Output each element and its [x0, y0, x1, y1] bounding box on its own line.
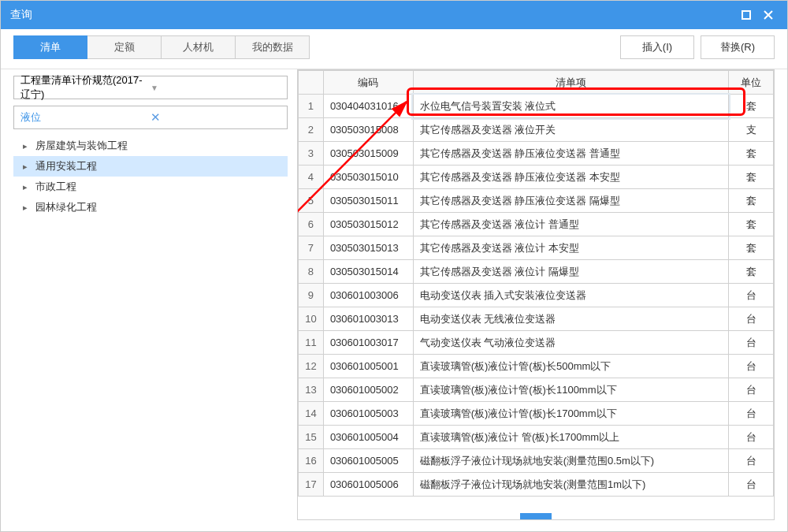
row-number: 3	[299, 142, 324, 166]
cell-desc[interactable]: 直读玻璃管(板)液位计管(板)长1100mm以下	[413, 378, 729, 402]
cell-unit[interactable]: 套	[729, 260, 774, 284]
tab-rcj[interactable]: 人材机	[162, 35, 236, 59]
result-grid[interactable]: 编码 清单项 单位 1030404031016水位电气信号装置安装 液位式套20…	[298, 70, 774, 519]
tree-item-label: 园林绿化工程	[35, 200, 97, 214]
cell-code[interactable]: 030503015011	[323, 189, 413, 213]
cell-desc[interactable]: 磁翻板浮子液位计现场就地安装(测量范围0.5m以下)	[413, 449, 729, 473]
tab-quota[interactable]: 定额	[87, 35, 162, 59]
cell-code[interactable]: 030503015013	[323, 236, 413, 260]
cell-code[interactable]: 030601005001	[323, 355, 413, 378]
row-number: 12	[299, 355, 324, 378]
cell-code[interactable]: 030601005002	[323, 378, 413, 402]
cell-unit[interactable]: 套	[729, 236, 774, 260]
cell-code[interactable]: 030601005004	[323, 426, 413, 449]
table-row[interactable]: 9030601003006电动变送仪表 插入式安装液位变送器台	[299, 284, 774, 307]
cell-unit[interactable]: 台	[729, 426, 774, 449]
cell-unit[interactable]: 套	[729, 213, 774, 236]
table-row[interactable]: 16030601005005磁翻板浮子液位计现场就地安装(测量范围0.5m以下)…	[299, 449, 774, 473]
table-row[interactable]: 8030503015014其它传感器及变送器 液位计 隔爆型套	[299, 260, 774, 284]
table-row[interactable]: 5030503015011其它传感器及变送器 静压液位变送器 隔爆型套	[299, 189, 774, 213]
insert-button[interactable]: 插入(I)	[620, 35, 694, 59]
search-input[interactable]: 液位 ✕	[13, 106, 288, 129]
table-row[interactable]: 14030601005003直读玻璃管(板)液位计管(板)长1700mm以下台	[299, 402, 774, 426]
cell-code[interactable]: 030503015012	[323, 213, 413, 236]
cell-code[interactable]: 030503015014	[323, 260, 413, 284]
cell-unit[interactable]: 台	[729, 355, 774, 378]
table-row[interactable]: 15030601005004直读玻璃管(板)液位计 管(板)长1700mm以上台	[299, 426, 774, 449]
header-code[interactable]: 编码	[323, 71, 413, 95]
cell-code[interactable]: 030601003013	[323, 307, 413, 331]
cell-desc[interactable]: 其它传感器及变送器 静压液位变送器 普通型	[413, 142, 729, 166]
cell-code[interactable]: 030601005006	[323, 473, 413, 497]
cell-code[interactable]: 030404031016	[323, 95, 413, 118]
header-desc[interactable]: 清单项	[413, 71, 729, 95]
table-row[interactable]: 6030503015012其它传感器及变送器 液位计 普通型套	[299, 213, 774, 236]
cell-desc[interactable]: 其它传感器及变送器 液位计 普通型	[413, 213, 729, 236]
tree-item[interactable]: ▸通用安装工程	[13, 156, 288, 177]
query-window: 查询 清单 定额 人材机 我的数据 插入(I) 替换(R) 工程量清单计价规范(…	[0, 0, 788, 532]
cell-unit[interactable]: 台	[729, 402, 774, 426]
cell-code[interactable]: 030601005003	[323, 402, 413, 426]
chevron-down-icon: ▼	[151, 84, 281, 92]
close-button[interactable]	[759, 6, 778, 24]
cell-desc[interactable]: 磁翻板浮子液位计现场就地安装(测量范围1m以下)	[413, 473, 729, 497]
cell-unit[interactable]: 套	[729, 189, 774, 213]
cell-unit[interactable]: 套	[729, 166, 774, 189]
cell-code[interactable]: 030503015009	[323, 142, 413, 166]
cell-unit[interactable]: 套	[729, 142, 774, 166]
cell-unit[interactable]: 支	[729, 118, 774, 142]
cell-desc[interactable]: 其它传感器及变送器 液位计 隔爆型	[413, 260, 729, 284]
cell-code[interactable]: 030601005005	[323, 449, 413, 473]
replace-button[interactable]: 替换(R)	[701, 35, 775, 59]
cell-code[interactable]: 030601003017	[323, 331, 413, 355]
cell-desc[interactable]: 其它传感器及变送器 静压液位变送器 隔爆型	[413, 189, 729, 213]
cell-code[interactable]: 030503015008	[323, 118, 413, 142]
table-row[interactable]: 11030601003017气动变送仪表 气动液位变送器台	[299, 331, 774, 355]
cell-desc[interactable]: 直读玻璃管(板)液位计管(板)长500mm以下	[413, 355, 729, 378]
row-number: 6	[299, 213, 324, 236]
cell-unit[interactable]: 台	[729, 331, 774, 355]
header-unit[interactable]: 单位	[729, 71, 774, 95]
cell-desc[interactable]: 水位电气信号装置安装 液位式	[413, 95, 729, 118]
table-row[interactable]: 1030404031016水位电气信号装置安装 液位式套	[299, 95, 774, 118]
cell-unit[interactable]: 台	[729, 473, 774, 497]
clear-search-icon[interactable]: ✕	[151, 110, 281, 125]
tree-item[interactable]: ▸房屋建筑与装饰工程	[13, 136, 288, 156]
cell-unit[interactable]: 台	[729, 284, 774, 307]
cell-desc[interactable]: 直读玻璃管(板)液位计管(板)长1700mm以下	[413, 402, 729, 426]
resize-handle[interactable]	[520, 513, 552, 519]
cell-desc[interactable]: 电动变送仪表 无线液位变送器	[413, 307, 729, 331]
cell-unit[interactable]: 台	[729, 449, 774, 473]
table-row[interactable]: 12030601005001直读玻璃管(板)液位计管(板)长500mm以下台	[299, 355, 774, 378]
cell-unit[interactable]: 套	[729, 95, 774, 118]
row-number: 15	[299, 426, 324, 449]
right-pane: 编码 清单项 单位 1030404031016水位电气信号装置安装 液位式套20…	[297, 69, 775, 520]
cell-desc[interactable]: 电动变送仪表 插入式安装液位变送器	[413, 284, 729, 307]
tab-mydata[interactable]: 我的数据	[236, 35, 310, 59]
cell-desc[interactable]: 其它传感器及变送器 液位计 本安型	[413, 236, 729, 260]
table-row[interactable]: 2030503015008其它传感器及变送器 液位开关支	[299, 118, 774, 142]
table-row[interactable]: 7030503015013其它传感器及变送器 液位计 本安型套	[299, 236, 774, 260]
cell-code[interactable]: 030601003006	[323, 284, 413, 307]
table-row[interactable]: 17030601005006磁翻板浮子液位计现场就地安装(测量范围1m以下)台	[299, 473, 774, 497]
titlebar: 查询	[1, 1, 787, 29]
maximize-button[interactable]	[737, 6, 756, 24]
table-row[interactable]: 4030503015010其它传感器及变送器 静压液位变送器 本安型套	[299, 166, 774, 189]
cell-code[interactable]: 030503015010	[323, 166, 413, 189]
category-tree: ▸房屋建筑与装饰工程▸通用安装工程▸市政工程▸园林绿化工程	[13, 136, 288, 520]
cell-unit[interactable]: 台	[729, 307, 774, 331]
tree-item[interactable]: ▸市政工程	[13, 177, 288, 197]
table-row[interactable]: 13030601005002直读玻璃管(板)液位计管(板)长1100mm以下台	[299, 378, 774, 402]
cell-desc[interactable]: 直读玻璃管(板)液位计 管(板)长1700mm以上	[413, 426, 729, 449]
tab-list[interactable]: 清单	[13, 35, 87, 59]
table-row[interactable]: 3030503015009其它传感器及变送器 静压液位变送器 普通型套	[299, 142, 774, 166]
maximize-icon	[742, 10, 751, 20]
cell-desc[interactable]: 其它传感器及变送器 静压液位变送器 本安型	[413, 166, 729, 189]
table-row[interactable]: 10030601003013电动变送仪表 无线液位变送器台	[299, 307, 774, 331]
row-number: 9	[299, 284, 324, 307]
cell-desc[interactable]: 气动变送仪表 气动液位变送器	[413, 331, 729, 355]
tree-item[interactable]: ▸园林绿化工程	[13, 197, 288, 218]
cell-unit[interactable]: 台	[729, 378, 774, 402]
cell-desc[interactable]: 其它传感器及变送器 液位开关	[413, 118, 729, 142]
spec-dropdown[interactable]: 工程量清单计价规范(2017-辽宁) ▼	[13, 76, 288, 99]
